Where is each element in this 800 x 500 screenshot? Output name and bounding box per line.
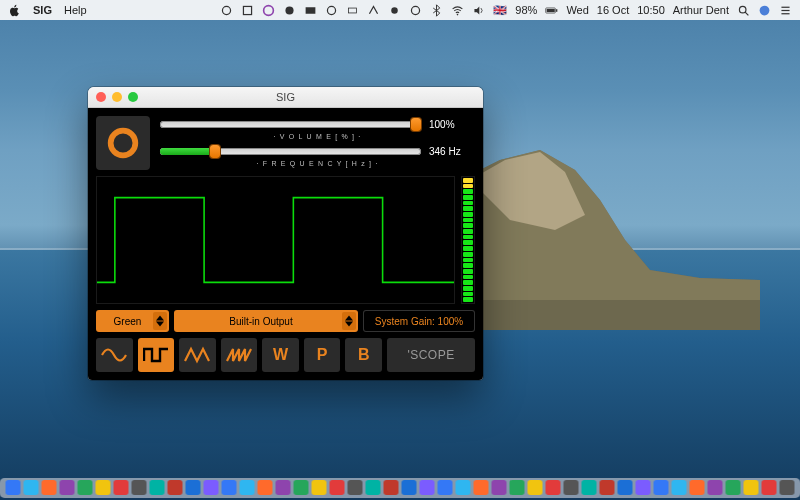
dock-icon[interactable]: [384, 480, 399, 495]
minimize-button[interactable]: [112, 92, 122, 102]
dock-icon[interactable]: [366, 480, 381, 495]
bluetooth-icon[interactable]: [430, 4, 443, 17]
dock-icon[interactable]: [726, 480, 741, 495]
dock-icon[interactable]: [186, 480, 201, 495]
status-icon[interactable]: [346, 4, 359, 17]
battery-icon[interactable]: [545, 4, 558, 17]
color-select[interactable]: Green: [96, 310, 169, 332]
volume-icon[interactable]: [472, 4, 485, 17]
dock-icon[interactable]: [600, 480, 615, 495]
dock-icon[interactable]: [762, 480, 777, 495]
dock-icon[interactable]: [690, 480, 705, 495]
wifi-icon[interactable]: [451, 4, 464, 17]
menubar-date: 16 Oct: [597, 4, 629, 16]
dock-icon[interactable]: [402, 480, 417, 495]
dock-icon[interactable]: [510, 480, 525, 495]
waveform-sine-button[interactable]: [96, 338, 133, 372]
waveform-saw-button[interactable]: [221, 338, 258, 372]
scope-button[interactable]: 'SCOPE: [387, 338, 475, 372]
dock-icon[interactable]: [240, 480, 255, 495]
dock-icon[interactable]: [348, 480, 363, 495]
waveform-p-button[interactable]: P: [304, 338, 341, 372]
dock-icon[interactable]: [420, 480, 435, 495]
apple-icon[interactable]: [8, 4, 21, 17]
meter-segment: [463, 263, 473, 268]
menubar-time: 10:50: [637, 4, 665, 16]
dock-icon[interactable]: [780, 480, 795, 495]
dock-icon[interactable]: [438, 480, 453, 495]
status-icon[interactable]: [325, 4, 338, 17]
dock-icon[interactable]: [78, 480, 93, 495]
dock-icon[interactable]: [150, 480, 165, 495]
chevron-updown-icon: [342, 312, 356, 330]
dock-icon[interactable]: [24, 480, 39, 495]
menubar-user[interactable]: Arthur Dent: [673, 4, 729, 16]
status-icon[interactable]: [388, 4, 401, 17]
dock-icon[interactable]: [276, 480, 291, 495]
volume-value: 100%: [429, 119, 475, 130]
status-icon[interactable]: [262, 4, 275, 17]
dock-icon[interactable]: [528, 480, 543, 495]
chevron-updown-icon: [153, 312, 167, 330]
dock-icon[interactable]: [204, 480, 219, 495]
dock-icon[interactable]: [744, 480, 759, 495]
svg-point-15: [760, 5, 770, 15]
dock-icon[interactable]: [168, 480, 183, 495]
power-ring[interactable]: [96, 116, 150, 170]
dock-icon[interactable]: [636, 480, 651, 495]
dock-icon[interactable]: [582, 480, 597, 495]
app-name[interactable]: SIG: [33, 4, 52, 16]
color-select-value: Green: [114, 316, 142, 327]
status-icon[interactable]: [220, 4, 233, 17]
dock-icon[interactable]: [456, 480, 471, 495]
meter-segment: [463, 275, 473, 280]
status-icon[interactable]: [283, 4, 296, 17]
frequency-label: · F R E Q U E N C Y [ H z ] ·: [160, 160, 475, 167]
flag-icon[interactable]: 🇬🇧: [493, 4, 507, 17]
dock-icon[interactable]: [330, 480, 345, 495]
dock-icon[interactable]: [132, 480, 147, 495]
dock-icon[interactable]: [564, 480, 579, 495]
volume-slider[interactable]: 100%: [160, 119, 475, 130]
meter-segment: [463, 218, 473, 223]
zoom-button[interactable]: [128, 92, 138, 102]
svg-point-8: [412, 6, 420, 14]
meter-segment: [463, 286, 473, 291]
notification-center-icon[interactable]: [779, 4, 792, 17]
svg-point-5: [328, 6, 336, 14]
dock-icon[interactable]: [114, 480, 129, 495]
dock-icon[interactable]: [222, 480, 237, 495]
dock-icon[interactable]: [258, 480, 273, 495]
close-button[interactable]: [96, 92, 106, 102]
status-icon[interactable]: [304, 4, 317, 17]
menu-help[interactable]: Help: [64, 4, 87, 16]
output-select[interactable]: Built-in Output: [174, 310, 358, 332]
dock-icon[interactable]: [618, 480, 633, 495]
status-icon[interactable]: [758, 4, 771, 17]
dock-icon[interactable]: [492, 480, 507, 495]
waveform-triangle-button[interactable]: [179, 338, 216, 372]
waveform-w-button[interactable]: W: [262, 338, 299, 372]
dock-icon[interactable]: [474, 480, 489, 495]
dock-icon[interactable]: [60, 480, 75, 495]
frequency-slider[interactable]: 346 Hz: [160, 146, 475, 157]
status-icon[interactable]: [409, 4, 422, 17]
dock-icon[interactable]: [708, 480, 723, 495]
dock-icon[interactable]: [312, 480, 327, 495]
dock-icon[interactable]: [42, 480, 57, 495]
dock-icon[interactable]: [546, 480, 561, 495]
spotlight-icon[interactable]: [737, 4, 750, 17]
dock-icon[interactable]: [6, 480, 21, 495]
status-icon[interactable]: [241, 4, 254, 17]
dock-icon[interactable]: [654, 480, 669, 495]
waveform-square-button[interactable]: [138, 338, 175, 372]
waveform-b-button[interactable]: B: [345, 338, 382, 372]
dock-icon[interactable]: [96, 480, 111, 495]
meter-segment: [463, 292, 473, 297]
desktop: SIG Help 🇬🇧 98% Wed 16 Oct 10:50 Arthur …: [0, 0, 800, 500]
dock-icon[interactable]: [294, 480, 309, 495]
titlebar[interactable]: SIG: [88, 87, 483, 108]
dock-icon[interactable]: [672, 480, 687, 495]
system-gain-text: System Gain: 100%: [375, 316, 463, 327]
status-icon[interactable]: [367, 4, 380, 17]
